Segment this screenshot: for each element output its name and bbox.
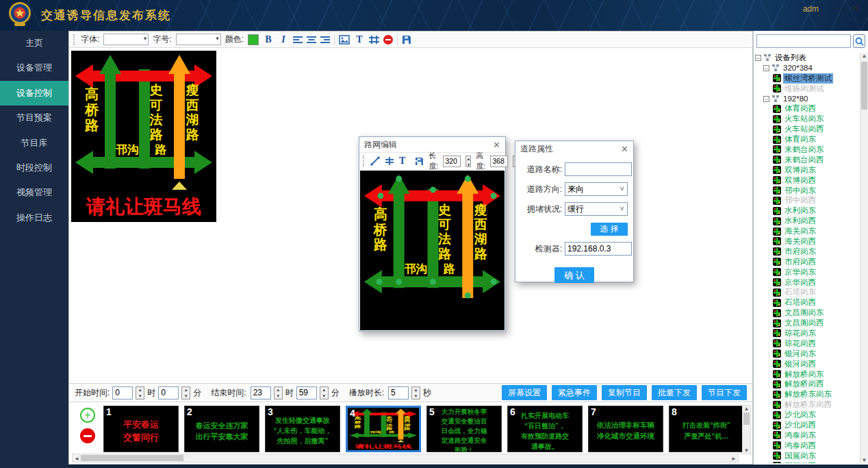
tree-device-京华岗东[interactable]: 京华岗东: [755, 267, 859, 278]
tree-device-来鹤台岗东[interactable]: 来鹤台岗东: [755, 145, 859, 155]
image-icon[interactable]: [339, 35, 350, 45]
scrollbar-thumb[interactable]: [81, 455, 183, 461]
tree-device-文昌阁岗东[interactable]: 文昌阁岗东: [755, 308, 859, 318]
sign-preview[interactable]: 高桥路史可法路瘦西湖路邗沟路请礼让斑马线: [71, 51, 216, 222]
end-min-stepper[interactable]: [320, 386, 329, 399]
confirm-button[interactable]: 确 认: [554, 267, 594, 283]
tree-device-水利岗西[interactable]: 水利岗西: [755, 216, 859, 226]
scroll-down-icon[interactable]: ▼: [860, 457, 868, 463]
tree-device-火车站岗西[interactable]: 火车站岗西: [755, 124, 859, 134]
sidebar-item-操作日志[interactable]: 操作日志: [0, 206, 68, 230]
playlist-vertical-scrollbar[interactable]: ▲ ▼: [742, 405, 751, 454]
tree-device-沙北岗东[interactable]: 沙北岗东: [755, 410, 859, 420]
dialog-titlebar[interactable]: 道路属性 ✕: [515, 141, 633, 156]
end-hour-stepper[interactable]: [274, 386, 283, 399]
length-stepper[interactable]: [465, 156, 471, 167]
close-icon[interactable]: ✕: [493, 140, 500, 150]
collapse-icon[interactable]: –: [763, 96, 769, 102]
tree-device-双博岗西[interactable]: 双博岗西: [755, 175, 859, 186]
bold-icon[interactable]: B: [263, 34, 274, 45]
text-tool-icon[interactable]: T: [354, 34, 365, 45]
button-节目下发[interactable]: 节目下发: [702, 385, 747, 400]
italic-icon[interactable]: I: [278, 34, 289, 45]
toolbar-grip-handle[interactable]: [73, 34, 75, 45]
start-min-input[interactable]: [158, 386, 179, 399]
scroll-up-icon[interactable]: ▲: [860, 53, 868, 59]
program-thumbnail-1[interactable]: 1平安春运交警同行: [103, 406, 179, 452]
road-network-icon[interactable]: [369, 35, 379, 45]
scroll-up-icon[interactable]: ▲: [743, 406, 750, 412]
draw-line-icon[interactable]: [370, 156, 380, 166]
program-thumbnail-6[interactable]: 6扎实开展电动车“百日整治”，有效预防道路交通事故。: [507, 406, 583, 452]
tree-device-银河岗东[interactable]: 银河岗东: [755, 349, 859, 359]
button-复制节目[interactable]: 复制节目: [602, 385, 647, 400]
font-select[interactable]: [103, 34, 149, 45]
tree-device-银河岗西[interactable]: 银河岗西: [755, 359, 859, 369]
tree-device-国展岗西[interactable]: 国展岗西: [755, 461, 859, 463]
tree-device-邗中岗西[interactable]: 邗中岗西: [755, 195, 859, 206]
tree-device-市府岗西[interactable]: 市府岗西: [755, 257, 859, 267]
tree-device-解放桥东岗东[interactable]: 解放桥东岗东: [755, 389, 859, 399]
tree-device-水利岗东[interactable]: 水利岗东: [755, 206, 859, 216]
collapse-icon[interactable]: –: [755, 55, 761, 61]
tree-device-石塔岗西[interactable]: 石塔岗西: [755, 297, 859, 308]
align-right-icon[interactable]: [320, 36, 330, 44]
save-icon[interactable]: [402, 35, 411, 45]
end-min-input[interactable]: [296, 386, 317, 399]
align-center-icon[interactable]: [307, 36, 316, 44]
tree-device-解放桥岗东[interactable]: 解放桥岗东: [755, 369, 859, 380]
sidebar-item-设备控制[interactable]: 设备控制: [0, 81, 68, 106]
tree-device-琼花岗东[interactable]: 琼花岗东: [755, 328, 859, 338]
sidebar-item-时段控制[interactable]: 时段控制: [0, 156, 68, 180]
minimize-icon[interactable]: —: [830, 1, 845, 15]
tree-device-市府岗东[interactable]: 市府岗东: [755, 247, 859, 257]
text-tool-icon[interactable]: T: [399, 156, 405, 167]
button-批量下发[interactable]: 批量下发: [652, 385, 697, 400]
delete-icon[interactable]: [383, 35, 393, 45]
color-swatch[interactable]: [248, 34, 259, 45]
tree-root-device-list[interactable]: –设备列表: [755, 53, 859, 63]
remove-program-icon[interactable]: [80, 428, 95, 443]
start-min-stepper[interactable]: [181, 386, 190, 399]
scrollbar-thumb[interactable]: [861, 62, 867, 110]
playlist-horizontal-scrollbar[interactable]: ◄ ►: [72, 454, 739, 463]
sidebar-item-设备管理[interactable]: 设备管理: [0, 56, 68, 80]
tree-device-螺丝湾桥测试[interactable]: 螺丝湾桥测试: [755, 73, 859, 84]
toolbar-grip-handle[interactable]: [363, 156, 364, 167]
program-thumbnail-7[interactable]: 7依法治理非标车辆净化城市交通环境: [588, 406, 663, 452]
tree-device-火车站岗东[interactable]: 火车站岗东: [755, 114, 859, 124]
tree-device-京华岗西[interactable]: 京华岗西: [755, 278, 859, 288]
tree-device-体育岗西[interactable]: 体育岗西: [755, 103, 859, 114]
start-hour-stepper[interactable]: [136, 386, 144, 399]
tree-device-双博岗东[interactable]: 双博岗东: [755, 165, 859, 175]
length-input[interactable]: [443, 156, 461, 167]
start-hour-input[interactable]: [112, 386, 133, 399]
height-input[interactable]: [490, 156, 508, 167]
road-name-input[interactable]: [565, 162, 632, 176]
program-thumbnail-5[interactable]: 5大力开展秋冬季交通安全整治百日会战，全力稳定道路交通安全形势！: [426, 406, 502, 452]
road-network-canvas[interactable]: 高桥路史可法路瘦西湖路邗沟路: [360, 171, 505, 330]
sidebar-item-视频管理[interactable]: 视频管理: [0, 180, 68, 205]
tree-device-解放桥东岗西[interactable]: 解放桥东岗西: [755, 399, 859, 410]
select-button[interactable]: 选 择: [591, 223, 628, 236]
duration-input[interactable]: [388, 386, 409, 399]
add-program-icon[interactable]: +: [80, 408, 95, 423]
sidebar-item-节目预案[interactable]: 节目预案: [0, 106, 68, 130]
button-紧急事件[interactable]: 紧急事件: [552, 385, 597, 400]
tree-device-海关岗西[interactable]: 海关岗西: [755, 236, 859, 247]
duration-stepper[interactable]: [411, 386, 420, 399]
close-icon[interactable]: ✕: [847, 1, 863, 15]
tree-device-维扬岗测试[interactable]: 维扬岗测试: [755, 84, 859, 94]
sidebar-item-主页[interactable]: 主页: [0, 31, 68, 56]
sidebar-item-节目库[interactable]: 节目库: [0, 131, 68, 156]
congestion-select[interactable]: 缓行: [565, 202, 628, 216]
scroll-left-icon[interactable]: ◄: [74, 456, 79, 462]
tree-device-文昌阁岗西[interactable]: 文昌阁岗西: [755, 318, 859, 328]
size-select[interactable]: [176, 34, 221, 45]
tree-device-邗中岗东[interactable]: 邗中岗东: [755, 186, 859, 196]
scroll-right-icon[interactable]: ►: [731, 456, 737, 462]
tree-device-来鹤台岗西[interactable]: 来鹤台岗西: [755, 155, 859, 165]
align-left-icon[interactable]: [293, 36, 303, 44]
end-hour-input[interactable]: [251, 386, 271, 399]
tree-group-192*80[interactable]: –192*80: [755, 94, 859, 104]
